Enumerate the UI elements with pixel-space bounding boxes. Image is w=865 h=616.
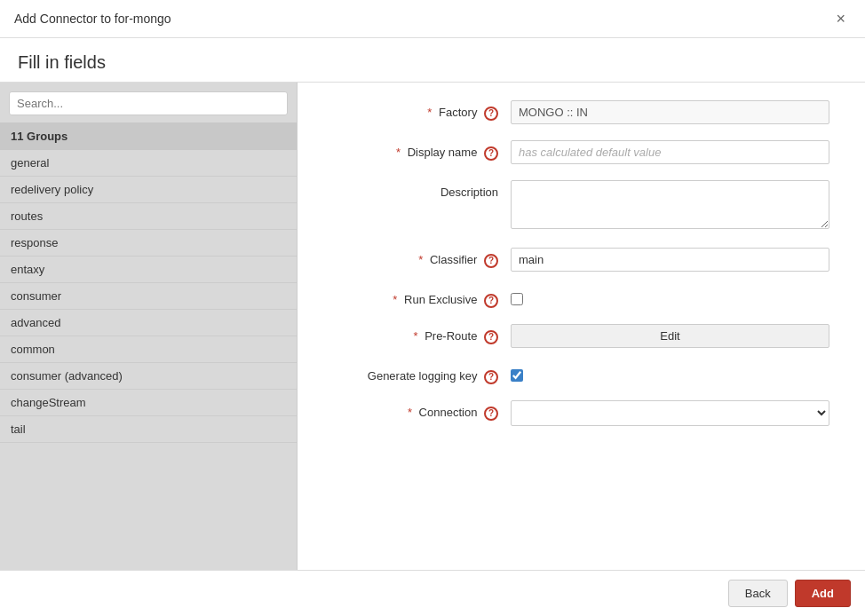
sidebar-item-changestream[interactable]: changeStream	[0, 390, 297, 416]
display-name-required-star: *	[396, 146, 401, 159]
pre-route-required-star: *	[413, 329, 417, 343]
generate-logging-key-row: Generate logging key ?	[333, 364, 829, 384]
classifier-row: * Classifier ?	[333, 248, 829, 272]
pre-route-edit-button[interactable]: Edit	[511, 324, 829, 348]
sidebar-item-consumer[interactable]: consumer	[0, 283, 297, 310]
dialog-title: Add Connector to for-mongo	[14, 12, 171, 26]
connection-row: * Connection ?	[333, 400, 829, 426]
search-input[interactable]	[9, 91, 288, 115]
display-name-control	[511, 140, 829, 164]
sidebar-item-routes[interactable]: routes	[0, 203, 297, 230]
factory-help-icon[interactable]: ?	[484, 107, 498, 121]
pre-route-row: * Pre-Route ? Edit	[333, 324, 829, 348]
groups-header: 11 Groups	[0, 122, 297, 150]
description-row: Description	[333, 180, 829, 232]
connection-select[interactable]	[511, 400, 829, 426]
sidebar-item-entaxy[interactable]: entaxy	[0, 257, 297, 283]
factory-required-star: *	[427, 106, 432, 119]
classifier-input[interactable]	[511, 248, 829, 272]
display-name-label: * Display name ?	[333, 140, 511, 161]
description-control	[511, 180, 829, 232]
dialog-footer: Back Add	[0, 570, 865, 616]
sidebar-item-consumer-advanced[interactable]: consumer (advanced)	[0, 363, 297, 390]
page-title-area: Fill in fields	[0, 38, 865, 83]
display-name-row: * Display name ?	[333, 140, 829, 164]
run-exclusive-required-star: *	[393, 293, 397, 306]
factory-control	[511, 100, 829, 124]
main-form: * Factory ? * Display name ?	[298, 83, 865, 570]
sidebar-item-response[interactable]: response	[0, 230, 297, 257]
generate-logging-key-help-icon[interactable]: ?	[484, 370, 498, 384]
sidebar-list: general redelivery policy routes respons…	[0, 150, 297, 443]
classifier-required-star: *	[418, 253, 423, 266]
display-name-input[interactable]	[511, 140, 829, 164]
dialog-header: Add Connector to for-mongo ×	[0, 0, 865, 38]
pre-route-help-icon[interactable]: ?	[484, 330, 498, 344]
run-exclusive-help-icon[interactable]: ?	[484, 294, 498, 308]
generate-logging-key-label: Generate logging key ?	[333, 364, 511, 384]
close-button[interactable]: ×	[830, 9, 851, 28]
generate-logging-key-control	[511, 364, 829, 384]
add-connector-dialog: Add Connector to for-mongo × Fill in fie…	[0, 0, 865, 616]
factory-label: * Factory ?	[333, 100, 511, 121]
page-title: Fill in fields	[18, 52, 847, 73]
display-name-help-icon[interactable]: ?	[484, 146, 498, 161]
sidebar-item-redelivery-policy[interactable]: redelivery policy	[0, 177, 297, 203]
connection-control	[511, 400, 829, 426]
pre-route-control: Edit	[511, 324, 829, 348]
run-exclusive-label: * Run Exclusive ?	[333, 288, 511, 308]
sidebar-item-general[interactable]: general	[0, 150, 297, 177]
run-exclusive-checkbox[interactable]	[511, 293, 523, 305]
run-exclusive-control	[511, 288, 829, 308]
add-button[interactable]: Add	[795, 580, 851, 607]
classifier-help-icon[interactable]: ?	[484, 254, 498, 268]
back-button[interactable]: Back	[728, 580, 788, 607]
connection-help-icon[interactable]: ?	[484, 407, 498, 421]
sidebar-item-tail[interactable]: tail	[0, 416, 297, 443]
generate-logging-key-checkbox[interactable]	[511, 369, 523, 382]
connection-label: * Connection ?	[333, 400, 511, 421]
run-exclusive-row: * Run Exclusive ?	[333, 288, 829, 308]
description-input[interactable]	[511, 180, 829, 229]
classifier-label: * Classifier ?	[333, 248, 511, 268]
factory-row: * Factory ?	[333, 100, 829, 124]
search-box	[9, 91, 288, 115]
dialog-body: 11 Groups general redelivery policy rout…	[0, 83, 865, 570]
sidebar-item-common[interactable]: common	[0, 336, 297, 363]
classifier-control	[511, 248, 829, 272]
connection-required-star: *	[408, 406, 412, 419]
pre-route-label: * Pre-Route ?	[333, 324, 511, 344]
sidebar-item-advanced[interactable]: advanced	[0, 310, 297, 336]
factory-input	[511, 100, 829, 124]
sidebar: 11 Groups general redelivery policy rout…	[0, 83, 298, 570]
description-label: Description	[333, 180, 511, 199]
